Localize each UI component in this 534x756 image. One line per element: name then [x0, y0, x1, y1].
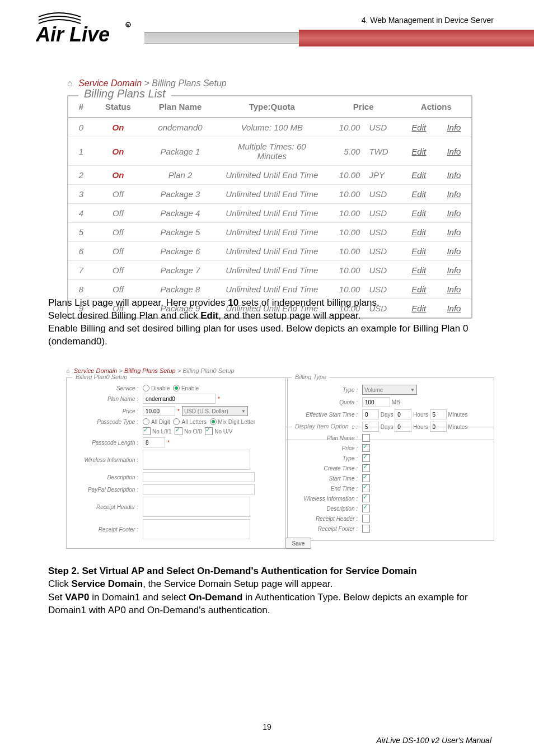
table-row: 0Onondemand0Volume: 100 MB10.00USDEditIn…: [68, 118, 471, 137]
display-option-checkbox[interactable]: [362, 505, 370, 512]
cell-action-info: Info: [437, 118, 471, 137]
display-option-checkbox[interactable]: [362, 434, 370, 442]
label-wireless-info: Wireless Information :: [71, 457, 138, 463]
display-option-row: Plan Name :: [291, 434, 489, 442]
display-option-checkbox[interactable]: [362, 444, 370, 452]
cell-plan-name: Plan 2: [142, 166, 218, 185]
label-price: Price :: [71, 408, 138, 414]
table-row: 8OffPackage 8Unlimited Until End Time10.…: [68, 280, 471, 299]
body-paragraph-1: Plans List page will appear. Here provid…: [48, 297, 490, 348]
cell-action-edit: Edit: [401, 223, 437, 242]
display-option-checkbox[interactable]: [362, 515, 370, 522]
radio-all-digit[interactable]: [143, 418, 149, 425]
textarea-wireless-info[interactable]: [143, 450, 250, 470]
chk-no-u[interactable]: [205, 427, 213, 435]
edit-link[interactable]: Edit: [411, 208, 426, 218]
cell-status: Off: [94, 280, 142, 299]
info-link[interactable]: Info: [447, 246, 461, 256]
edit-link[interactable]: Edit: [411, 147, 426, 156]
display-option-label: Description :: [291, 506, 358, 512]
edit-link[interactable]: Edit: [411, 123, 426, 132]
col-actions: Actions: [401, 96, 471, 118]
input-price[interactable]: [143, 406, 175, 416]
input-quota[interactable]: [362, 397, 390, 407]
radio-disable[interactable]: [143, 385, 149, 391]
display-option-checkbox[interactable]: [362, 484, 370, 492]
textarea-receipt-footer[interactable]: [143, 519, 250, 539]
input-paypal-desc[interactable]: [143, 484, 255, 494]
bc-service-domain: Service Domain: [78, 78, 142, 88]
input-start-mins[interactable]: [430, 409, 447, 419]
cell-type-quota: Volume: 100 MB: [218, 118, 326, 137]
cell-status: On: [94, 137, 142, 166]
label-passcode-length: Passcode Length :: [71, 440, 138, 446]
cell-price-currency: USD: [364, 280, 401, 299]
cell-num: 5: [68, 223, 94, 242]
airlive-logo: Air Live R: [36, 12, 142, 49]
display-option-row: Description :: [291, 505, 489, 512]
display-option-checkbox[interactable]: [362, 474, 370, 482]
input-plan-name[interactable]: [143, 394, 216, 404]
display-option-label: Price :: [291, 445, 358, 451]
cell-action-info: Info: [437, 204, 471, 223]
label-quota: Quota :: [291, 399, 358, 405]
cell-price-amount: 10.00: [326, 204, 365, 223]
edit-link[interactable]: Edit: [411, 227, 426, 237]
table-row: 1OnPackage 1Multiple Times: 60 Minutes5.…: [68, 137, 471, 166]
chk-no-o[interactable]: [175, 427, 182, 435]
home-icon: ⌂: [67, 78, 73, 88]
radio-mix[interactable]: [210, 418, 217, 425]
cell-status: On: [94, 166, 142, 185]
cell-action-info: Info: [437, 242, 471, 261]
display-option-checkbox[interactable]: [362, 464, 370, 472]
info-link[interactable]: Info: [447, 123, 461, 132]
edit-link[interactable]: Edit: [411, 170, 426, 180]
display-option-checkbox[interactable]: [362, 525, 370, 533]
info-link[interactable]: Info: [447, 208, 461, 218]
cell-num: 6: [68, 242, 94, 261]
page-number: 19: [0, 722, 534, 731]
display-option-label: Create Time :: [291, 465, 358, 472]
cell-plan-name: Package 6: [142, 242, 218, 261]
edit-link[interactable]: Edit: [411, 265, 426, 275]
chk-no-l[interactable]: [143, 427, 151, 435]
cell-num: 0: [68, 118, 94, 137]
cell-action-info: Info: [437, 280, 471, 299]
table-row: 6OffPackage 6Unlimited Until End Time10.…: [68, 242, 471, 261]
input-start-hours[interactable]: [395, 409, 411, 419]
display-option-row: Type :: [291, 454, 489, 462]
save-button[interactable]: Save: [285, 538, 311, 549]
cell-num: 7: [68, 261, 94, 280]
info-link[interactable]: Info: [447, 189, 461, 199]
cell-price-currency: TWD: [364, 137, 401, 166]
display-option-row: Start Time :: [291, 474, 489, 482]
input-description[interactable]: [143, 472, 255, 482]
info-link[interactable]: Info: [447, 284, 461, 294]
cell-action-info: Info: [437, 223, 471, 242]
cell-type-quota: Multiple Times: 60 Minutes: [218, 137, 326, 166]
cell-price-currency: USD: [364, 118, 401, 137]
select-type[interactable]: Volume▼: [362, 385, 417, 395]
radio-enable[interactable]: [173, 385, 180, 391]
textarea-receipt-header[interactable]: [143, 497, 250, 517]
edit-link[interactable]: Edit: [411, 246, 426, 256]
info-link[interactable]: Info: [447, 265, 461, 275]
input-start-days[interactable]: [362, 409, 379, 419]
info-link[interactable]: Info: [447, 227, 461, 237]
display-option-checkbox[interactable]: [362, 494, 370, 502]
display-option-checkbox[interactable]: [362, 454, 370, 462]
display-option-row: Price :: [291, 444, 489, 452]
display-option-label: Start Time :: [291, 475, 358, 482]
radio-all-letters[interactable]: [173, 418, 180, 425]
info-link[interactable]: Info: [447, 170, 461, 180]
info-link[interactable]: Info: [447, 147, 461, 156]
edit-link[interactable]: Edit: [411, 284, 426, 294]
edit-link[interactable]: Edit: [411, 189, 426, 199]
input-passcode-length[interactable]: [143, 437, 165, 447]
cell-action-edit: Edit: [401, 280, 437, 299]
label-receipt-header: Receipt Header :: [71, 504, 138, 510]
billing-plans-table: # Status Plan Name Type:Quota Price Acti…: [68, 96, 471, 318]
billing-plans-list-fieldset: Billing Plans List # Status Plan Name Ty…: [67, 95, 472, 319]
cell-action-edit: Edit: [401, 242, 437, 261]
select-currency[interactable]: USD (U.S. Dollar)▼: [182, 406, 248, 416]
